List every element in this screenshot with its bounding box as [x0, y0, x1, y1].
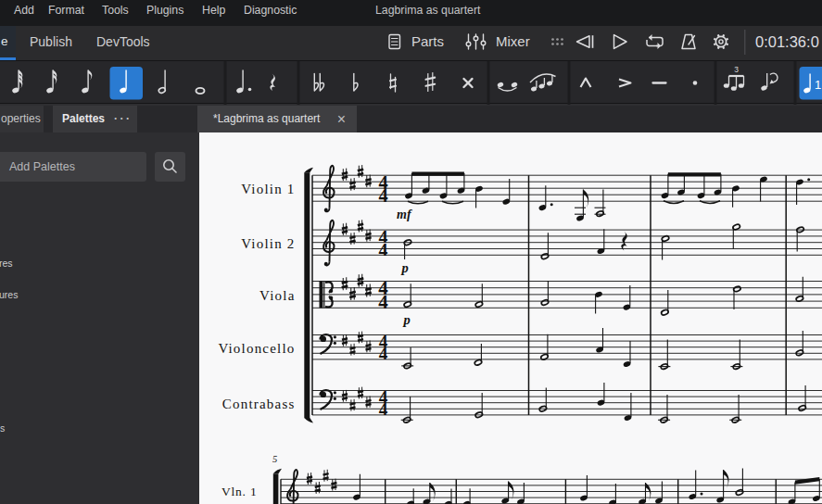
svg-text:Vln. 1: Vln. 1: [221, 485, 258, 498]
svg-text:4: 4: [379, 344, 388, 363]
svg-text:p: p: [402, 312, 411, 327]
svg-text:5: 5: [272, 454, 277, 464]
svg-text:4: 4: [378, 185, 387, 206]
svg-text:mf: mf: [397, 208, 412, 221]
svg-text:Viola: Viola: [259, 288, 295, 303]
svg-text:4: 4: [379, 399, 388, 419]
svg-text:p: p: [400, 260, 409, 275]
svg-text:Violin 2: Violin 2: [241, 236, 295, 251]
svg-text:Violoncello: Violoncello: [218, 341, 295, 356]
svg-text:Violin 1: Violin 1: [241, 182, 295, 196]
svg-text:3: 3: [734, 65, 739, 74]
svg-text:4: 4: [379, 239, 388, 259]
svg-text:1: 1: [815, 78, 821, 92]
svg-text:4: 4: [378, 291, 388, 313]
svg-text:Contrabass: Contrabass: [222, 397, 296, 411]
